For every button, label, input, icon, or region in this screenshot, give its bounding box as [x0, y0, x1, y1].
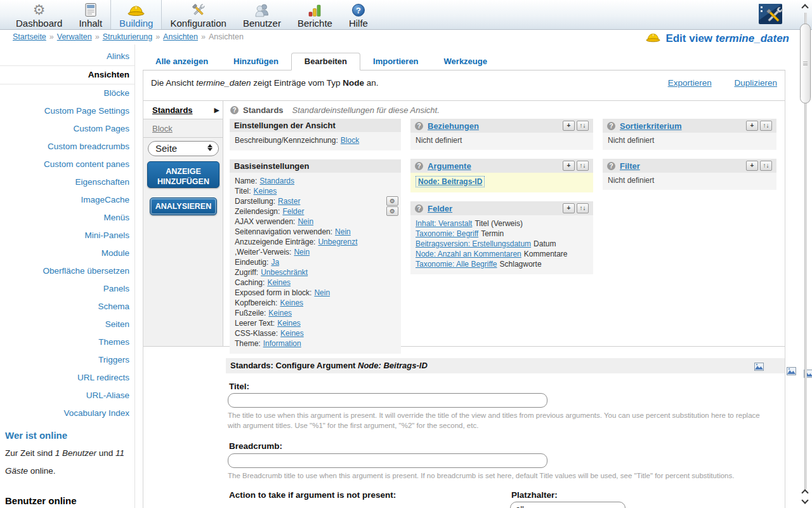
scrollbar-thumb[interactable]	[800, 23, 811, 104]
rearrange-button[interactable]: ↑↓	[577, 203, 589, 213]
who-online-title[interactable]: Wer ist online	[5, 430, 129, 441]
setting-link[interactable]: Keines	[280, 298, 303, 307]
breadcrumb-link[interactable]: Ansichten	[163, 32, 198, 41]
scroll-down-arrow-icon[interactable]	[801, 497, 808, 504]
argument-item-selected[interactable]: Node: Beitrags-ID	[416, 176, 485, 187]
clone-link[interactable]: Duplizieren	[734, 78, 777, 88]
question-icon[interactable]: ?	[607, 122, 615, 130]
add-button[interactable]: +	[563, 203, 575, 213]
setting-link[interactable]: Felder	[282, 207, 304, 216]
add-button[interactable]: +	[563, 161, 575, 171]
sidebar-item[interactable]: Custom Page Settings	[0, 102, 134, 120]
add-display-select[interactable]: Seite	[148, 141, 219, 156]
sidebar-item[interactable]: Menüs	[0, 209, 134, 227]
setting-link[interactable]: Keines	[254, 187, 277, 196]
vertical-scrollbar[interactable]	[799, 0, 812, 508]
analyze-button[interactable]: ANALYSIEREN	[150, 197, 217, 215]
sidebar-item[interactable]: Triggers	[0, 351, 134, 369]
add-button[interactable]: +	[563, 121, 575, 131]
filters-title-link[interactable]: Filter	[620, 161, 640, 171]
display-link[interactable]: Standards	[152, 105, 193, 115]
tab[interactable]: Alle anzeigen	[143, 53, 221, 70]
setting-link[interactable]: Unbegrenzt	[318, 237, 357, 246]
sidebar-item[interactable]: Schema	[0, 298, 134, 316]
question-icon[interactable]: ?	[415, 122, 423, 130]
setting-link[interactable]: Information	[263, 339, 301, 348]
tab[interactable]: Bearbeiten	[291, 53, 360, 70]
sidebar-item[interactable]: Seiten	[0, 316, 134, 333]
tab[interactable]: Importieren	[360, 53, 431, 70]
toolbar-item-benutzer[interactable]: Benutzer	[235, 0, 289, 29]
sidebar-item[interactable]: Module	[0, 244, 134, 262]
fields-title-link[interactable]: Felder	[428, 204, 452, 213]
breadcrumb-link[interactable]: Strukturierung	[103, 32, 153, 41]
question-icon[interactable]: ?	[415, 204, 423, 213]
relationships-title-link[interactable]: Beziehungen	[428, 121, 479, 131]
title-input[interactable]	[228, 393, 547, 408]
setting-link[interactable]: Keines	[277, 319, 301, 328]
tab[interactable]: Werkzeuge	[431, 53, 500, 70]
question-icon[interactable]: ?	[230, 106, 239, 114]
rearrange-button[interactable]: ↑↓	[760, 161, 772, 171]
sort-criteria-title-link[interactable]: Sortierkriterium	[620, 121, 682, 131]
setting-link[interactable]: Keines	[267, 278, 291, 287]
sidebar-item[interactable]: ImageCache	[0, 191, 134, 209]
sidebar-item[interactable]: Alinks	[0, 48, 134, 65]
sidebar-item[interactable]: Oberfläche übersetzen	[0, 262, 134, 280]
add-button[interactable]: +	[746, 121, 758, 131]
add-button[interactable]: +	[746, 161, 758, 171]
setting-link[interactable]: Ja	[271, 258, 279, 267]
sidebar-item[interactable]: Custom content panes	[0, 156, 134, 173]
gear-settings-button[interactable]: ⚙	[386, 206, 398, 216]
sidebar-item[interactable]: Panels	[0, 280, 134, 298]
field-link[interactable]: Inhalt: Veranstalt	[416, 219, 472, 228]
setting-link[interactable]: Raster	[278, 197, 300, 206]
setting-link[interactable]: Nein	[294, 248, 310, 257]
field-link[interactable]: Taxonomie: Alle Begriffe	[416, 260, 497, 269]
sidebar-item[interactable]: Custom breadcrumbs	[0, 138, 134, 156]
sidebar-item[interactable]: Mini-Panels	[0, 227, 134, 244]
field-link[interactable]: Node: Anzahl an Kommentaren	[416, 250, 521, 258]
sidebar-item[interactable]: Vocabulary Index	[0, 404, 134, 422]
toolbar-item-hilfe[interactable]: ? Hilfe	[341, 0, 376, 29]
admin-tools-icon[interactable]	[757, 1, 784, 28]
toolbar-item-dashboard[interactable]: ⚙ Dashboard	[8, 0, 70, 29]
display-link[interactable]: Block	[152, 124, 173, 133]
breadcrumb-link[interactable]: Verwalten	[57, 32, 92, 41]
sidebar-item[interactable]: Ansichten	[0, 65, 134, 84]
rearrange-button[interactable]: ↑↓	[577, 161, 589, 171]
setting-link[interactable]: Block	[341, 136, 359, 145]
breadcrumb-input[interactable]	[228, 453, 547, 468]
gear-settings-button[interactable]: ⚙	[386, 196, 398, 206]
scroll-up-arrow-icon[interactable]	[801, 489, 808, 496]
setting-link[interactable]: Nein	[314, 288, 330, 297]
setting-link[interactable]: Standards	[259, 177, 294, 185]
sidebar-item[interactable]: Custom Pages	[0, 120, 134, 138]
sidebar-item[interactable]: URL redirects	[0, 369, 134, 387]
sidebar-item[interactable]: Themes	[0, 333, 134, 351]
arguments-title-link[interactable]: Argumente	[428, 161, 471, 171]
sidebar-item[interactable]: Blöcke	[0, 84, 134, 102]
setting-link[interactable]: Nein	[298, 217, 313, 226]
toolbar-item-konfiguration[interactable]: Konfiguration	[162, 0, 234, 29]
tab[interactable]: Hinzufügen	[221, 53, 291, 70]
rearrange-button[interactable]: ↑↓	[577, 121, 589, 131]
sidebar-item[interactable]: Eigenschaften	[0, 173, 134, 191]
breadcrumb-link[interactable]: Startseite	[13, 32, 46, 41]
display-row[interactable]: Block ▶	[143, 119, 223, 138]
sidebar-item[interactable]: URL-Aliase	[0, 387, 134, 404]
question-icon[interactable]: ?	[607, 162, 615, 170]
scroll-up-arrow-icon[interactable]	[801, 4, 808, 11]
question-icon[interactable]: ?	[415, 162, 423, 170]
toolbar-item-inhalt[interactable]: Inhalt	[70, 0, 110, 29]
wildcard-input[interactable]	[510, 502, 625, 508]
toolbar-item-berichte[interactable]: Berichte	[289, 0, 341, 29]
setting-link[interactable]: Keines	[268, 309, 292, 318]
toolbar-item-building[interactable]: Building	[110, 0, 162, 29]
add-display-button[interactable]: ANZEIGE HINZUFÜGEN	[147, 161, 219, 188]
display-row[interactable]: Standards ▶	[143, 101, 223, 119]
export-link[interactable]: Exportieren	[668, 78, 712, 88]
rearrange-button[interactable]: ↑↓	[760, 121, 772, 131]
field-link[interactable]: Beitragsversion: Erstellungsdatum	[416, 239, 531, 248]
setting-link[interactable]: Unbeschränkt	[261, 268, 308, 277]
